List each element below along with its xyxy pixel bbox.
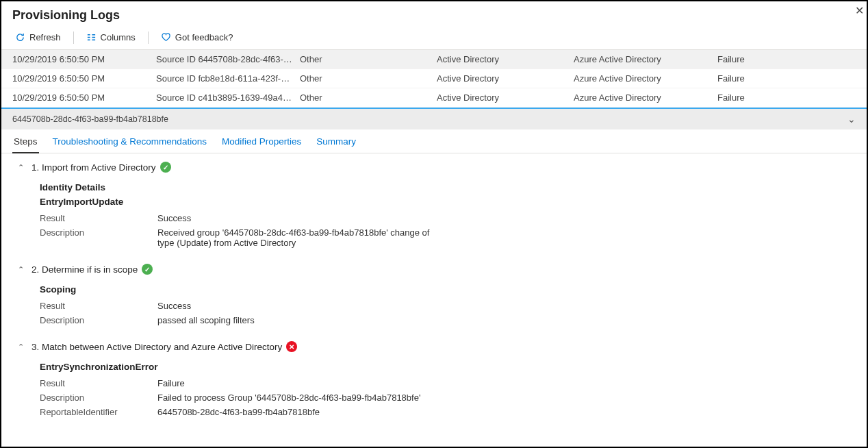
- columns-button[interactable]: Columns: [84, 31, 138, 44]
- step-block: ⌃ 3. Match between Active Directory and …: [18, 341, 850, 419]
- table-row[interactable]: 10/29/2019 6:50:50 PM Source ID fcb8e18d…: [1, 69, 867, 88]
- cell-status: Failure: [717, 73, 856, 84]
- columns-label: Columns: [101, 32, 136, 42]
- toolbar: Refresh Columns Got feedback?: [1, 28, 867, 50]
- step-block: ⌃ 1. Import from Active Directory ✓ Iden…: [18, 162, 850, 250]
- tab-summary[interactable]: Summary: [315, 134, 357, 153]
- cell-time: 10/29/2019 6:50:50 PM: [12, 92, 156, 103]
- toolbar-separator: [148, 32, 149, 44]
- refresh-icon: [15, 32, 25, 42]
- page-title: Provisioning Logs: [1, 1, 867, 28]
- tab-troubleshooting[interactable]: Troubleshooting & Recommendations: [51, 134, 208, 153]
- chevron-up-icon: ⌃: [18, 163, 27, 172]
- cell-source-sys: Active Directory: [437, 73, 574, 84]
- success-icon: ✓: [160, 162, 171, 173]
- cell-action: Other: [300, 54, 437, 64]
- step-header[interactable]: ⌃ 1. Import from Active Directory ✓: [18, 162, 850, 173]
- kv-key: ReportableIdentifier: [40, 407, 157, 417]
- tab-steps[interactable]: Steps: [12, 134, 39, 153]
- sub-heading: Scoping: [40, 284, 850, 295]
- heart-icon: [161, 32, 171, 42]
- kv-row: Result Success: [40, 211, 850, 225]
- tab-modified-properties[interactable]: Modified Properties: [220, 134, 303, 153]
- cell-status: Failure: [717, 54, 856, 64]
- kv-key: Description: [40, 227, 157, 248]
- kv-val: 6445708b-28dc-4f63-ba99-fb4ab7818bfe: [157, 407, 445, 417]
- kv-val: Success: [157, 301, 445, 311]
- kv-row: ReportableIdentifier 6445708b-28dc-4f63-…: [40, 405, 850, 419]
- step-title: 2. Determine if is in scope: [31, 264, 138, 275]
- sub-heading: Identity Details: [40, 182, 850, 192]
- cell-time: 10/29/2019 6:50:50 PM: [12, 54, 156, 64]
- feedback-label: Got feedback?: [175, 32, 233, 42]
- toolbar-separator: [73, 32, 74, 44]
- kv-row: Description Received group '6445708b-28d…: [40, 225, 850, 250]
- kv-val: Failure: [157, 378, 445, 388]
- cell-action: Other: [300, 92, 437, 103]
- kv-val: Received group '6445708b-28dc-4f63-ba99-…: [157, 227, 445, 248]
- cell-target-sys: Azure Active Directory: [574, 54, 717, 64]
- kv-key: Result: [40, 301, 157, 311]
- cell-source: Source ID 6445708b-28dc-4f63-ba99-fb4: [156, 54, 300, 64]
- table-row[interactable]: 10/29/2019 6:50:50 PM Source ID 6445708b…: [1, 50, 867, 69]
- columns-icon: [86, 32, 97, 42]
- cell-status: Failure: [717, 92, 856, 103]
- detail-id: 6445708b-28dc-4f63-ba99-fb4ab7818bfe: [12, 114, 168, 124]
- chevron-down-icon: ⌄: [847, 114, 856, 125]
- kv-key: Description: [40, 393, 157, 403]
- step-sub-section: Scoping Result Success Description passe…: [18, 284, 850, 327]
- kv-key: Result: [40, 213, 157, 223]
- detail-body: ⌃ 1. Import from Active Directory ✓ Iden…: [1, 153, 867, 448]
- kv-val: Success: [157, 213, 445, 223]
- sub-heading: EntrySynchronizationError: [40, 362, 850, 372]
- step-sub-section: Identity Details EntryImportUpdate Resul…: [18, 182, 850, 250]
- kv-key: Result: [40, 378, 157, 388]
- kv-val: Failed to process Group '6445708b-28dc-4…: [157, 393, 445, 403]
- step-title: 3. Match between Active Directory and Az…: [31, 342, 282, 352]
- failure-icon: ✕: [286, 341, 297, 352]
- log-table: 10/29/2019 6:50:50 PM Source ID 6445708b…: [1, 50, 867, 108]
- cell-time: 10/29/2019 6:50:50 PM: [12, 73, 156, 84]
- feedback-button[interactable]: Got feedback?: [158, 31, 236, 44]
- cell-source: Source ID fcb8e18d-611a-423f-8838-b9d: [156, 73, 300, 84]
- step-title: 1. Import from Active Directory: [31, 162, 156, 173]
- cell-target-sys: Azure Active Directory: [574, 92, 717, 103]
- success-icon: ✓: [142, 264, 153, 275]
- cell-source-sys: Active Directory: [437, 92, 574, 103]
- kv-val: passed all scoping filters: [157, 315, 445, 325]
- step-header[interactable]: ⌃ 2. Determine if is in scope ✓: [18, 264, 850, 275]
- kv-row: Description Failed to process Group '644…: [40, 390, 850, 405]
- step-header[interactable]: ⌃ 3. Match between Active Directory and …: [18, 341, 850, 352]
- chevron-up-icon: ⌃: [18, 343, 27, 351]
- kv-row: Result Success: [40, 299, 850, 313]
- table-row[interactable]: 10/29/2019 6:50:50 PM Source ID c41b3895…: [1, 88, 867, 108]
- sub-heading: EntryImportUpdate: [40, 197, 850, 207]
- cell-target-sys: Azure Active Directory: [574, 73, 717, 84]
- close-icon[interactable]: ✕: [855, 4, 864, 17]
- refresh-button[interactable]: Refresh: [12, 31, 64, 44]
- cell-action: Other: [300, 73, 437, 84]
- refresh-label: Refresh: [29, 32, 61, 42]
- cell-source-sys: Active Directory: [437, 54, 574, 64]
- cell-source: Source ID c41b3895-1639-49a4-a8ea-466: [156, 92, 300, 103]
- tabs: Steps Troubleshooting & Recommendations …: [1, 129, 867, 153]
- kv-row: Description passed all scoping filters: [40, 313, 850, 327]
- chevron-up-icon: ⌃: [18, 265, 27, 274]
- kv-key: Description: [40, 315, 157, 325]
- step-sub-section: EntrySynchronizationError Result Failure…: [18, 362, 850, 419]
- step-block: ⌃ 2. Determine if is in scope ✓ Scoping …: [18, 264, 850, 327]
- kv-row: Result Failure: [40, 376, 850, 390]
- detail-header[interactable]: 6445708b-28dc-4f63-ba99-fb4ab7818bfe ⌄: [1, 108, 867, 129]
